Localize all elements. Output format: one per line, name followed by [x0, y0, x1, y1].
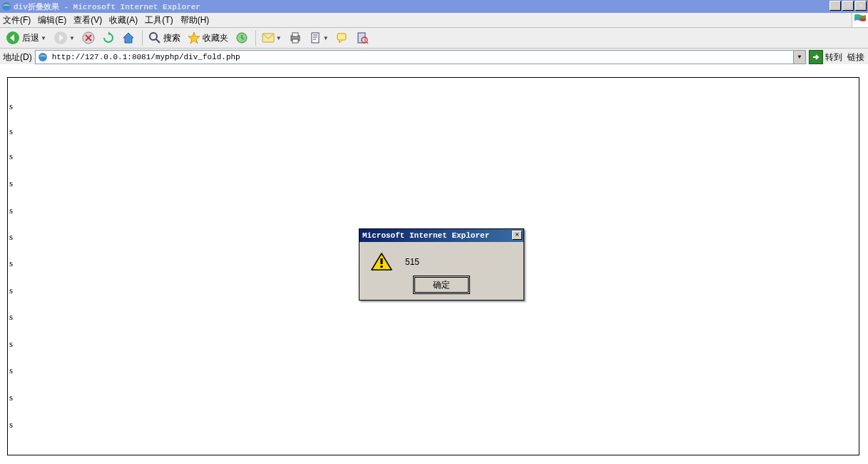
ie-flag-icon — [852, 13, 868, 27]
mail-button[interactable]: ▼ — [259, 30, 285, 46]
go-label: 转到 — [825, 51, 842, 64]
forward-button[interactable]: ▼ — [51, 30, 78, 46]
ie-app-icon — [1, 1, 11, 11]
mail-dd-icon: ▼ — [276, 35, 282, 41]
svg-rect-11 — [337, 34, 346, 40]
discuss-button[interactable] — [333, 30, 352, 46]
close-button[interactable]: ✕ — [855, 1, 867, 11]
svg-point-0 — [2, 2, 11, 11]
alert-body: 515 — [359, 242, 524, 277]
warning-icon — [371, 253, 392, 271]
row-text: s — [9, 365, 13, 376]
menu-file[interactable]: 文件(F) — [3, 14, 31, 26]
alert-dialog: Microsoft Internet Explorer ✕ 515 确定 — [359, 228, 524, 301]
forward-dd-icon: ▼ — [69, 35, 75, 41]
row-text: s — [9, 258, 13, 269]
restore-button[interactable]: ❐ — [842, 1, 854, 11]
address-field[interactable]: ▼ — [35, 50, 806, 64]
edit-dd-icon: ▼ — [323, 35, 329, 41]
go-button[interactable]: 转到 — [809, 50, 842, 64]
row-text: s — [9, 338, 13, 350]
row-text: s — [9, 151, 13, 162]
favorites-button[interactable]: 收藏夹 — [185, 30, 231, 46]
row-text: s — [9, 392, 13, 403]
row-text: s — [9, 285, 13, 296]
window-controls: _ ❐ ✕ — [829, 1, 867, 11]
search-button[interactable]: 搜索 — [145, 30, 183, 46]
row-text: s — [9, 205, 13, 216]
alert-close-button[interactable]: ✕ — [512, 231, 522, 240]
url-input[interactable] — [51, 52, 793, 62]
svg-point-4 — [150, 33, 157, 40]
page-ie-icon — [37, 51, 48, 63]
svg-point-14 — [39, 53, 47, 61]
row-text: s — [9, 311, 13, 323]
svg-rect-15 — [380, 258, 382, 264]
alert-ok-button[interactable]: 确定 — [414, 277, 469, 293]
search-label: 搜索 — [163, 32, 180, 44]
svg-rect-8 — [292, 33, 298, 36]
menu-edit[interactable]: 编辑(E) — [38, 14, 66, 26]
row-text: s — [9, 231, 13, 243]
minimize-button[interactable]: _ — [829, 1, 841, 11]
svg-rect-9 — [292, 39, 298, 43]
menu-favorites[interactable]: 收藏(A) — [109, 14, 138, 26]
menu-tools[interactable]: 工具(T) — [145, 14, 173, 26]
alert-actions: 确定 — [359, 277, 524, 300]
edit-button[interactable]: ▼ — [306, 30, 332, 46]
research-button[interactable] — [353, 30, 372, 46]
row-text: s — [9, 101, 13, 112]
menu-view[interactable]: 查看(V) — [73, 14, 102, 26]
row-text: s — [9, 126, 13, 137]
row-text: s — [9, 419, 13, 430]
alert-titlebar[interactable]: Microsoft Internet Explorer ✕ — [359, 229, 524, 242]
go-arrow-icon — [809, 50, 823, 64]
back-button[interactable]: 后退 ▼ — [3, 30, 49, 46]
menu-bar: 文件(F) 编辑(E) 查看(V) 收藏(A) 工具(T) 帮助(H) — [0, 13, 868, 28]
back-label: 后退 — [22, 32, 39, 44]
main-toolbar: 后退 ▼ ▼ 搜索 收藏夹 ▼ ▼ — [0, 28, 868, 49]
address-label: 地址(D) — [3, 51, 32, 64]
back-dd-icon: ▼ — [41, 35, 46, 41]
favorites-label: 收藏夹 — [203, 32, 228, 44]
toolbar-separator-1 — [142, 30, 143, 46]
window-titlebar: div折叠效果 - Microsoft Internet Explorer _ … — [0, 0, 868, 13]
toolbar-separator-2 — [255, 30, 256, 46]
row-text: s — [9, 178, 13, 189]
svg-rect-16 — [380, 266, 382, 268]
svg-rect-10 — [312, 33, 319, 43]
print-button[interactable] — [286, 30, 305, 46]
refresh-button[interactable] — [99, 30, 118, 46]
home-button[interactable] — [119, 30, 138, 46]
window-title: div折叠效果 - Microsoft Internet Explorer — [14, 1, 200, 12]
alert-title-text: Microsoft Internet Explorer — [362, 231, 489, 240]
menu-help[interactable]: 帮助(H) — [180, 14, 210, 26]
address-dropdown-icon[interactable]: ▼ — [793, 51, 805, 64]
alert-message: 515 — [405, 257, 419, 267]
stop-button[interactable] — [79, 30, 98, 46]
links-bar-label[interactable]: 链接 — [845, 51, 867, 64]
history-button[interactable] — [233, 30, 251, 46]
